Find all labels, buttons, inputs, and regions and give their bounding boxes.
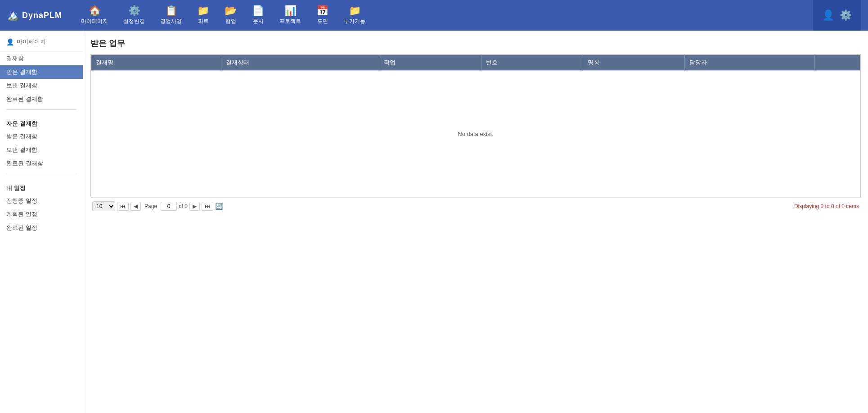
sidebar-item-in-progress[interactable]: 진행중 일정 — [0, 194, 83, 208]
docs-label: 문서 — [253, 18, 264, 25]
sidebar-divider-1 — [6, 174, 76, 174]
logo: 🏔️ DynaPLM — [7, 9, 62, 21]
sidebar-item-completed-schedule[interactable]: 완료된 일정 — [0, 221, 83, 235]
page-of-label: of 0 — [179, 203, 188, 209]
nav-item-projects[interactable]: 📊프로젝트 — [274, 3, 306, 28]
table-empty-area: No data exist. — [91, 71, 860, 197]
hub-label: 협업 — [225, 18, 236, 25]
sidebar-item-received-approval[interactable]: 받은 결재함 — [0, 65, 83, 79]
main-nav: 🏠마이페이지⚙️설정변경📋영업사양📁파트📂협업📄문서📊프로젝트📅도면📁부가기능 — [76, 3, 813, 28]
sidebar-item-completed-approval[interactable]: 완료된 결재함 — [0, 92, 83, 106]
sales-label: 영업사양 — [160, 18, 182, 25]
docs-icon: 📄 — [252, 6, 264, 16]
data-table: 결재명결재상태작업번호명칭담당자 — [91, 54, 860, 71]
drawings-icon: 📅 — [316, 6, 328, 16]
nav-item-parts[interactable]: 📁파트 — [192, 3, 215, 28]
settings-icon: ⚙️ — [128, 6, 140, 16]
parts-icon: 📁 — [197, 6, 209, 16]
table-col-6 — [814, 55, 860, 71]
hub-icon: 📂 — [225, 6, 237, 16]
main-layout: 👤 마이페이지 결재함받은 결재함보낸 결재함완료된 결재함자운 결재함받은 결… — [0, 31, 868, 413]
sidebar-item-auto-completed[interactable]: 완료된 결재함 — [0, 157, 83, 170]
pagination: 102050100 ⏮ ◀ Page of 0 ▶ ⏭ 🔄 Displaying… — [90, 197, 861, 215]
sidebar-section-title-1: 자운 결재함 — [0, 113, 83, 130]
home-icon: 🏠 — [89, 6, 101, 16]
sales-icon: 📋 — [165, 6, 177, 16]
page-title: 받은 업무 — [90, 38, 861, 49]
table-col-0: 결재명 — [91, 55, 221, 71]
sidebar-item-sent-approval[interactable]: 보낸 결재함 — [0, 79, 83, 92]
projects-label: 프로젝트 — [279, 18, 301, 25]
nav-item-home[interactable]: 🏠마이페이지 — [76, 3, 113, 28]
nav-item-sales[interactable]: 📋영업사양 — [155, 3, 187, 28]
nav-item-extras[interactable]: 📁부가기능 — [338, 3, 371, 28]
projects-icon: 📊 — [284, 6, 297, 16]
extras-label: 부가기능 — [344, 18, 365, 25]
next-page-button[interactable]: ▶ — [189, 202, 200, 211]
refresh-button[interactable]: 🔄 — [215, 203, 223, 210]
header: 🏔️ DynaPLM 🏠마이페이지⚙️설정변경📋영업사양📁파트📂협업📄문서📊프로… — [0, 0, 868, 31]
sidebar-user-label: 마이페이지 — [17, 38, 46, 46]
table-empty-message: No data exist. — [458, 131, 494, 137]
sidebar-item-auto-received[interactable]: 받은 결재함 — [0, 130, 83, 143]
user-icon[interactable]: 👤 — [822, 9, 834, 21]
sidebar: 👤 마이페이지 결재함받은 결재함보낸 결재함완료된 결재함자운 결재함받은 결… — [0, 31, 83, 413]
extras-icon: 📁 — [349, 6, 361, 16]
table-col-4: 명칭 — [583, 55, 684, 71]
last-page-button[interactable]: ⏭ — [202, 202, 213, 211]
parts-label: 파트 — [198, 18, 209, 25]
page-label: Page — [144, 203, 157, 209]
table-col-1: 결재상태 — [221, 55, 379, 71]
nav-item-settings[interactable]: ⚙️설정변경 — [118, 3, 150, 28]
logo-text: DynaPLM — [22, 11, 62, 20]
header-actions: 👤 ⚙️ — [813, 0, 861, 31]
table-col-2: 작업 — [379, 55, 481, 71]
nav-item-drawings[interactable]: 📅도면 — [311, 3, 334, 28]
sidebar-section-title-2: 내 일정 — [0, 178, 83, 194]
page-input[interactable] — [161, 202, 177, 211]
sidebar-item-planned[interactable]: 계획된 일정 — [0, 208, 83, 221]
settings-label: 설정변경 — [123, 18, 145, 25]
sidebar-divider-0 — [6, 109, 76, 110]
home-label: 마이페이지 — [81, 18, 108, 25]
settings-icon[interactable]: ⚙️ — [840, 9, 852, 21]
table-header: 결재명결재상태작업번호명칭담당자 — [91, 55, 860, 71]
sidebar-item-auto-sent[interactable]: 보낸 결재함 — [0, 143, 83, 157]
nav-item-hub[interactable]: 📂협업 — [219, 3, 242, 28]
page-size-select[interactable]: 102050100 — [92, 201, 115, 211]
pagination-info: Displaying 0 to 0 of 0 items — [794, 203, 859, 209]
sidebar-item-approval-box[interactable]: 결재함 — [0, 52, 83, 65]
logo-icon: 🏔️ — [7, 9, 19, 21]
data-table-wrapper: 결재명결재상태작업번호명칭담당자 No data exist. — [90, 54, 861, 197]
first-page-button[interactable]: ⏮ — [117, 202, 129, 211]
main-content: 받은 업무 결재명결재상태작업번호명칭담당자 No data exist. 10… — [83, 31, 868, 413]
user-small-icon: 👤 — [6, 38, 14, 45]
drawings-label: 도면 — [317, 18, 328, 25]
nav-item-docs[interactable]: 📄문서 — [247, 3, 270, 28]
prev-page-button[interactable]: ◀ — [130, 202, 141, 211]
sidebar-user: 👤 마이페이지 — [0, 34, 83, 52]
table-col-3: 번호 — [481, 55, 583, 71]
table-col-5: 담당자 — [685, 55, 815, 71]
